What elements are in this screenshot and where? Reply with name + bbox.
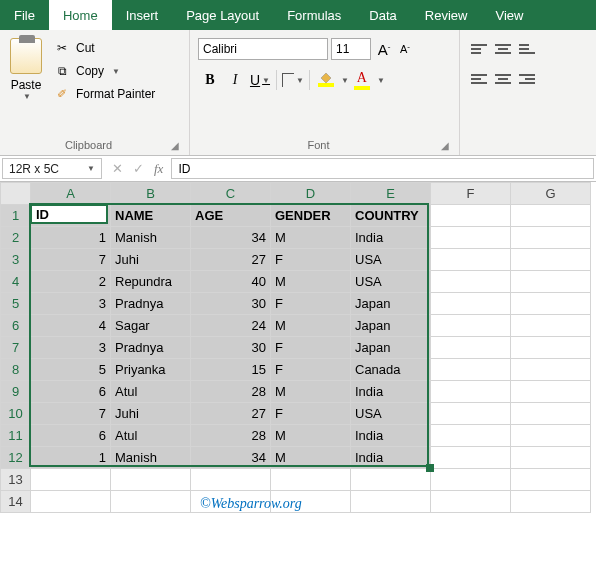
cell-B2[interactable]: Manish [111, 227, 191, 249]
cell-A7[interactable]: 3 [31, 337, 111, 359]
cell-A3[interactable]: 7 [31, 249, 111, 271]
cell-G11[interactable] [511, 425, 591, 447]
chevron-down-icon[interactable]: ▼ [377, 76, 385, 85]
cell-E12[interactable]: India [351, 447, 431, 469]
align-center-button[interactable] [492, 68, 514, 90]
tab-insert[interactable]: Insert [112, 0, 173, 30]
font-size-combo[interactable] [331, 38, 371, 60]
cell-E1[interactable]: COUNTRY [351, 205, 431, 227]
row-header-10[interactable]: 10 [1, 403, 31, 425]
cell-D6[interactable]: M [271, 315, 351, 337]
col-header-G[interactable]: G [511, 183, 591, 205]
cell-C13[interactable] [191, 469, 271, 491]
cell-A12[interactable]: 1 [31, 447, 111, 469]
cell-F13[interactable] [431, 469, 511, 491]
cell-D4[interactable]: M [271, 271, 351, 293]
cell-G8[interactable] [511, 359, 591, 381]
tab-review[interactable]: Review [411, 0, 482, 30]
tab-home[interactable]: Home [49, 0, 112, 30]
cell-F6[interactable] [431, 315, 511, 337]
row-header-5[interactable]: 5 [1, 293, 31, 315]
row-header-2[interactable]: 2 [1, 227, 31, 249]
cell-B4[interactable]: Repundra [111, 271, 191, 293]
cell-G1[interactable] [511, 205, 591, 227]
cell-G6[interactable] [511, 315, 591, 337]
tab-formulas[interactable]: Formulas [273, 0, 355, 30]
cell-A14[interactable] [31, 491, 111, 513]
row-header-14[interactable]: 14 [1, 491, 31, 513]
cell-G13[interactable] [511, 469, 591, 491]
cell-B3[interactable]: Juhi [111, 249, 191, 271]
cell-A4[interactable]: 2 [31, 271, 111, 293]
cell-E10[interactable]: USA [351, 403, 431, 425]
format-painter-button[interactable]: ✐ Format Painter [50, 84, 159, 104]
cell-E4[interactable]: USA [351, 271, 431, 293]
col-header-F[interactable]: F [431, 183, 511, 205]
cell-C7[interactable]: 30 [191, 337, 271, 359]
cell-A1[interactable]: ID [31, 205, 111, 227]
cell-E5[interactable]: Japan [351, 293, 431, 315]
cell-F7[interactable] [431, 337, 511, 359]
fill-color-button[interactable] [314, 68, 338, 92]
col-header-C[interactable]: C [191, 183, 271, 205]
cell-B14[interactable] [111, 491, 191, 513]
cell-F4[interactable] [431, 271, 511, 293]
cell-A8[interactable]: 5 [31, 359, 111, 381]
cell-B10[interactable]: Juhi [111, 403, 191, 425]
cancel-icon[interactable]: ✕ [112, 161, 123, 176]
cell-G12[interactable] [511, 447, 591, 469]
col-header-D[interactable]: D [271, 183, 351, 205]
bold-button[interactable]: B [198, 68, 222, 92]
row-header-1[interactable]: 1 [1, 205, 31, 227]
cell-A5[interactable]: 3 [31, 293, 111, 315]
cell-F9[interactable] [431, 381, 511, 403]
tab-page-layout[interactable]: Page Layout [172, 0, 273, 30]
cell-E14[interactable] [351, 491, 431, 513]
name-box[interactable]: 12R x 5C ▼ [2, 158, 102, 179]
cell-G4[interactable] [511, 271, 591, 293]
cell-G7[interactable] [511, 337, 591, 359]
tab-data[interactable]: Data [355, 0, 410, 30]
cell-B13[interactable] [111, 469, 191, 491]
cell-D5[interactable]: F [271, 293, 351, 315]
cell-G10[interactable] [511, 403, 591, 425]
borders-button[interactable]: ▼ [281, 68, 305, 92]
align-right-button[interactable] [516, 68, 538, 90]
font-launcher-icon[interactable]: ◢ [441, 140, 453, 151]
cell-B9[interactable]: Atul [111, 381, 191, 403]
cell-C11[interactable]: 28 [191, 425, 271, 447]
cell-C2[interactable]: 34 [191, 227, 271, 249]
formula-input[interactable]: ID [171, 158, 594, 179]
cell-C12[interactable]: 34 [191, 447, 271, 469]
col-header-E[interactable]: E [351, 183, 431, 205]
cell-E11[interactable]: India [351, 425, 431, 447]
cell-F11[interactable] [431, 425, 511, 447]
copy-button[interactable]: ⧉ Copy ▼ [50, 61, 159, 81]
cell-E6[interactable]: Japan [351, 315, 431, 337]
cell-E2[interactable]: India [351, 227, 431, 249]
row-header-4[interactable]: 4 [1, 271, 31, 293]
cell-A2[interactable]: 1 [31, 227, 111, 249]
cell-D13[interactable] [271, 469, 351, 491]
col-header-B[interactable]: B [111, 183, 191, 205]
cell-C9[interactable]: 28 [191, 381, 271, 403]
cell-E7[interactable]: Japan [351, 337, 431, 359]
align-middle-button[interactable] [492, 38, 514, 60]
align-top-button[interactable] [468, 38, 490, 60]
cell-F8[interactable] [431, 359, 511, 381]
cell-B6[interactable]: Sagar [111, 315, 191, 337]
select-all-corner[interactable] [1, 183, 31, 205]
cell-B12[interactable]: Manish [111, 447, 191, 469]
cell-D9[interactable]: M [271, 381, 351, 403]
row-header-12[interactable]: 12 [1, 447, 31, 469]
row-header-11[interactable]: 11 [1, 425, 31, 447]
align-left-button[interactable] [468, 68, 490, 90]
cell-B5[interactable]: Pradnya [111, 293, 191, 315]
font-color-button[interactable]: A [350, 68, 374, 92]
cell-C8[interactable]: 15 [191, 359, 271, 381]
cell-C10[interactable]: 27 [191, 403, 271, 425]
cell-G2[interactable] [511, 227, 591, 249]
cell-F5[interactable] [431, 293, 511, 315]
cell-A13[interactable] [31, 469, 111, 491]
underline-button[interactable]: U▼ [248, 68, 272, 92]
